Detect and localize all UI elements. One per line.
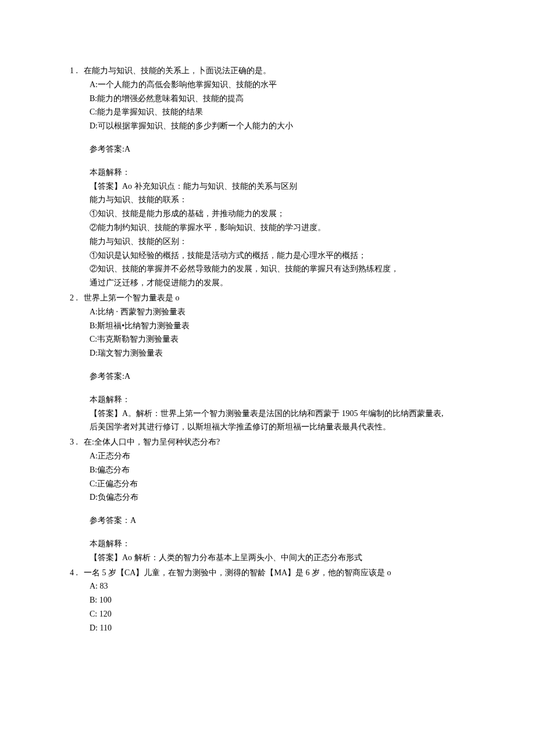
option-d: D:可以根据掌握知识、技能的多少判断一个人能力的大小	[90, 119, 477, 133]
explain-line: ①知识、技能是能力形成的基础，并推动能力的发展；	[90, 207, 477, 221]
explain-label: 本题解释：	[90, 393, 477, 407]
option-d: D:瑞文智力测验量表	[90, 346, 477, 360]
question-header: 3 . 在:全体人口中，智力呈何种状态分布?	[70, 435, 477, 449]
question-number: 2 .	[70, 291, 84, 305]
explain-line: ①知识是认知经验的概括，技能是活动方式的概括，能力是心理水平的概括；	[90, 249, 477, 263]
option-a: A: 83	[90, 579, 477, 593]
question-header: 1 . 在能力与知识、技能的关系上，卜面说法正确的是。	[70, 64, 477, 78]
explain-line: 后美国学者对其进行修订，以斯坦福大学推孟修订的斯坦福一比纳量表最具代表性。	[90, 420, 477, 434]
question-4: 4 . 一名 5 岁【CA】儿童，在智力测验中，测得的智龄【MA】是 6 岁，他…	[70, 566, 477, 635]
option-a: A:正态分布	[90, 449, 477, 463]
explain-line: 能力与知识、技能的区别：	[90, 235, 477, 249]
option-c: C:正偏态分布	[90, 477, 477, 491]
option-b: B: 100	[90, 593, 477, 607]
explain-line: ②知识、技能的掌握并不必然导致能力的发展，知识、技能的掌握只有达到熟练程度，	[90, 262, 477, 276]
explanation: 本题解释： 【答案】Ao 补充知识点：能力与知识、技能的关系与区别 能力与知识、…	[70, 166, 477, 290]
option-d: D:负偏态分布	[90, 490, 477, 504]
question-number: 4 .	[70, 566, 84, 580]
options: A:正态分布 B:偏态分布 C:正偏态分布 D:负偏态分布	[70, 449, 477, 504]
option-b: B:斯坦福•比纳智力测验量表	[90, 319, 477, 333]
explain-line: 通过广泛迁移，才能促进能力的发展。	[90, 276, 477, 290]
explain-label: 本题解释：	[90, 166, 477, 180]
question-3: 3 . 在:全体人口中，智力呈何种状态分布? A:正态分布 B:偏态分布 C:正…	[70, 435, 477, 564]
explain-line: 能力与知识、技能的联系：	[90, 193, 477, 207]
question-header: 4 . 一名 5 岁【CA】儿童，在智力测验中，测得的智龄【MA】是 6 岁，他…	[70, 566, 477, 580]
option-a: A:一个人能力的高低会影响他掌握知识、技能的水平	[90, 78, 477, 92]
explanation: 本题解释： 【答案】Ao 解析：人类的智力分布基本上呈两头小、中间大的正态分布形…	[70, 537, 477, 565]
options: A: 83 B: 100 C: 120 D: 110	[70, 579, 477, 635]
question-2: 2 . 世界上第一个智力量表是 o A:比纳 · 西蒙智力测验量表 B:斯坦福•…	[70, 291, 477, 434]
options: A:比纳 · 西蒙智力测验量表 B:斯坦福•比纳智力测验量表 C:韦克斯勒智力测…	[70, 305, 477, 360]
option-c: C:能力是掌握知识、技能的结果	[90, 105, 477, 119]
question-header: 2 . 世界上第一个智力量表是 o	[70, 291, 477, 305]
reference-answer: 参考答案:A	[70, 142, 477, 156]
option-d: D: 110	[90, 621, 477, 635]
options: A:一个人能力的高低会影响他掌握知识、技能的水平 B:能力的增强必然意味着知识、…	[70, 78, 477, 133]
option-a: A:比纳 · 西蒙智力测验量表	[90, 305, 477, 319]
option-c: C: 120	[90, 607, 477, 621]
question-1: 1 . 在能力与知识、技能的关系上，卜面说法正确的是。 A:一个人能力的高低会影…	[70, 64, 477, 290]
option-b: B:能力的增强必然意味着知识、技能的提高	[90, 92, 477, 106]
explain-line: 【答案】Ao 补充知识点：能力与知识、技能的关系与区别	[90, 180, 477, 194]
question-stem: 世界上第一个智力量表是 o	[84, 291, 477, 305]
question-stem: 在能力与知识、技能的关系上，卜面说法正确的是。	[84, 64, 477, 78]
explanation: 本题解释： 【答案】A。解析：世界上第一个智力测验量表是法国的比纳和西蒙于 19…	[70, 393, 477, 434]
question-stem: 一名 5 岁【CA】儿童，在智力测验中，测得的智龄【MA】是 6 岁，他的智商应…	[84, 566, 477, 580]
explain-line: ②能力制约知识、技能的掌握水平，影响知识、技能的学习进度。	[90, 221, 477, 235]
explain-line: 【答案】Ao 解析：人类的智力分布基本上呈两头小、中间大的正态分布形式	[90, 551, 477, 565]
option-b: B:偏态分布	[90, 463, 477, 477]
option-c: C:韦克斯勒智力测验量表	[90, 332, 477, 346]
question-number: 1 .	[70, 64, 84, 78]
explain-line: 【答案】A。解析：世界上第一个智力测验量表是法国的比纳和西蒙于 1905 年编制…	[90, 407, 477, 421]
question-number: 3 .	[70, 435, 84, 449]
explain-label: 本题解释：	[90, 537, 477, 551]
reference-answer: 参考答案:A	[70, 370, 477, 384]
reference-answer: 参考答案：A	[70, 514, 477, 528]
question-stem: 在:全体人口中，智力呈何种状态分布?	[84, 435, 477, 449]
